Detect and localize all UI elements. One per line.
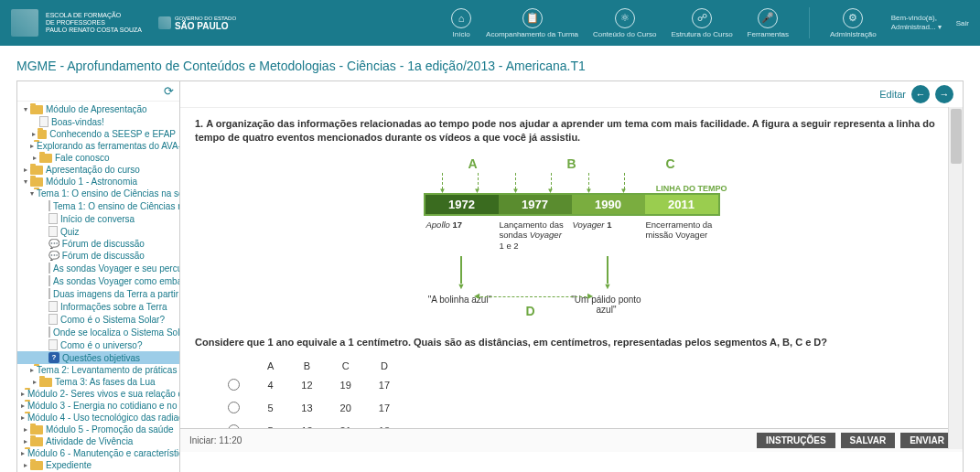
tree-como-sol[interactable]: Como é o Sistema Solar? [17,313,179,326]
org-icon: ☍ [692,8,712,28]
doc-icon [48,327,50,338]
timeline-figure: A B C LINHA DO TEMPO 1972 1977 1990 2011 [195,156,948,320]
q1-text: A organização das informações relacionad… [195,118,935,143]
tree-label: Módulo 4 - Uso tecnológico das radiaç [27,413,179,423]
breadcrumb: MGME - Aprofundamento de Conteúdos e Met… [0,46,980,80]
divider [809,7,810,38]
tree-label: Tema 1: O ensino de Ciências na [53,201,179,211]
top-header: ESCOLA DE FORMAÇÃO DE PROFESSORES PAULO … [0,0,980,46]
nav-admin[interactable]: ⚙Administração [830,8,877,38]
doc-icon [48,314,58,325]
tree-atividade[interactable]: ▸Atividade de Vivência [17,435,179,447]
tree-label: Duas imagens da Terra a partir d [53,289,179,299]
answer-radio-1[interactable] [228,379,240,391]
tree-tema1-item[interactable]: Tema 1: O ensino de Ciências na [17,199,179,212]
nav-ferramentas[interactable]: 🎤Ferramentas [748,8,789,38]
tree-forum1[interactable]: 💬 Fórum de discussão [17,238,179,250]
tree-mod5[interactable]: ▸Módulo 5 - Promoção da saúde [17,424,179,435]
content-body: 1. A organização das informações relacio… [180,108,963,428]
folder-icon [30,166,43,175]
answer-row: 5132017 [215,398,403,419]
tree-label: Onde se localiza o Sistema Solar? [53,327,179,338]
doc-icon [48,200,50,211]
instrucoes-button[interactable]: INSTRUÇÕES [757,433,835,448]
tree-onde-sol[interactable]: Onde se localiza o Sistema Solar? [17,326,179,338]
nav-sair[interactable]: Sair [956,19,969,27]
tree-mod2[interactable]: ▸Módulo 2- Seres vivos e sua relação co [17,388,179,400]
tree-questoes[interactable]: ?Questões objetivas [17,351,179,364]
tree-mod1[interactable]: ▾Módulo 1 - Astronomia [17,176,179,188]
nav-estrutura[interactable]: ☍Estrutura do Curso [671,8,732,38]
scrollbar-thumb[interactable] [951,109,962,164]
tree-label: Boas-vindas! [51,117,104,127]
tree-mod4[interactable]: ▸Módulo 4 - Uso tecnológico das radiaç [17,412,179,424]
sidebar-refresh: ⟳ [17,81,179,102]
folder-icon [30,177,43,187]
doc-icon [39,116,48,127]
tree-label: Conhecendo a SEESP e EFAP [49,129,176,139]
forum-icon: 💬 [48,239,59,249]
segment-d-line [480,296,587,297]
year-2011: 2011 [645,195,718,214]
forum-icon: 💬 [48,251,59,261]
tree-inicio-conv[interactable]: Início de conversa [17,212,179,225]
timer-text: Iniciar: 11:20 [189,435,242,445]
folder-icon [30,437,43,446]
tree-fale[interactable]: ▸Fale conosco [17,152,179,164]
tree-label: Atividade de Vivência [46,436,133,446]
tree-tema2[interactable]: ▸Tema 2: Levantamento de práticas c [17,364,179,376]
nav-sair-label: Sair [956,19,969,27]
doc-icon [48,275,50,286]
tree-apres-curso[interactable]: ▸Apresentação do curso [17,164,179,176]
question-1: 1. A organização das informações relacio… [195,117,948,145]
doc-icon [48,339,58,350]
chevron-down-icon[interactable]: ▾ [938,23,942,31]
col-d: D [366,359,403,373]
folder-icon [39,378,52,387]
clipboard-icon: 📋 [522,8,543,28]
tree-tema3[interactable]: ▸Tema 3: As fases da Lua [17,376,179,388]
refresh-icon[interactable]: ⟳ [164,84,174,98]
year-1977: 1977 [499,195,572,214]
tree-boas-vindas[interactable]: Boas-vindas! [17,115,179,128]
tree-info-terra[interactable]: Informações sobre a Terra [17,300,179,313]
tree-sondas1[interactable]: As sondas Voyager e seu percurs [17,262,179,274]
timeline-bar: 1972 1977 1990 2011 [424,193,720,216]
folder-icon [38,130,48,139]
home-icon: ⌂ [451,8,471,28]
nav-conteudo[interactable]: ⚛Conteúdo do Curso [593,8,656,38]
answer-radio-2[interactable] [228,402,240,413]
tree-duas-img[interactable]: Duas imagens da Terra a partir d [17,287,179,300]
folder-icon [30,105,43,114]
tree-mod6[interactable]: ▸Módulo 6 - Manutenção e característic [17,447,179,459]
tree-sondas2[interactable]: As sondas Voyager como embaix [17,274,179,287]
tree-label: Tema 1: O ensino de Ciências na soc [37,188,179,198]
tree-mod3[interactable]: ▸Módulo 3 - Energia no cotidiano e no si [17,400,179,412]
tree-expediente[interactable]: ▸Expediente [17,459,179,471]
tree-mod-apresentacao[interactable]: ▾Módulo de Apresentação [17,103,179,115]
tree-como-uni[interactable]: Como é o universo? [17,338,179,351]
nav-estr-label: Estrutura do Curso [671,30,732,38]
tree-quiz[interactable]: Quiz [17,225,179,238]
prev-button[interactable]: ← [911,85,930,103]
tree-forum2[interactable]: 💬 Fórum de discussão [17,250,179,262]
segment-b: B [535,156,608,171]
tree-tema1[interactable]: ▾Tema 1: O ensino de Ciências na soc [17,188,179,199]
nav-acompanhamento[interactable]: 📋Acompanhamento da Turma [486,8,578,38]
col-b: B [288,359,325,373]
edit-link[interactable]: Editar [879,89,906,100]
enviar-button[interactable]: ENVIAR [900,433,953,448]
salvar-button[interactable]: SALVAR [841,433,896,448]
tree-explorando[interactable]: ▸Explorando as ferramentas do AVA- [17,140,179,152]
tree-conhecendo[interactable]: ▸Conhecendo a SEESP e EFAP [17,128,179,140]
next-button[interactable]: → [935,85,953,103]
tree-label: Fale conosco [55,153,109,163]
scrollbar[interactable] [948,107,963,449]
tree-label: As sondas Voyager e seu percurs [53,263,179,274]
content-toolbar: Editar ← → [180,81,963,108]
tree-label: Tema 3: As fases da Lua [55,377,156,387]
tree-label: Módulo 6 - Manutenção e característic [27,448,179,458]
nav-inicio[interactable]: ⌂Início [451,8,471,38]
tree-label: Módulo 3 - Energia no cotidiano e no si [27,401,179,411]
welcome-line1: Bem-vindo(a), [891,14,942,23]
